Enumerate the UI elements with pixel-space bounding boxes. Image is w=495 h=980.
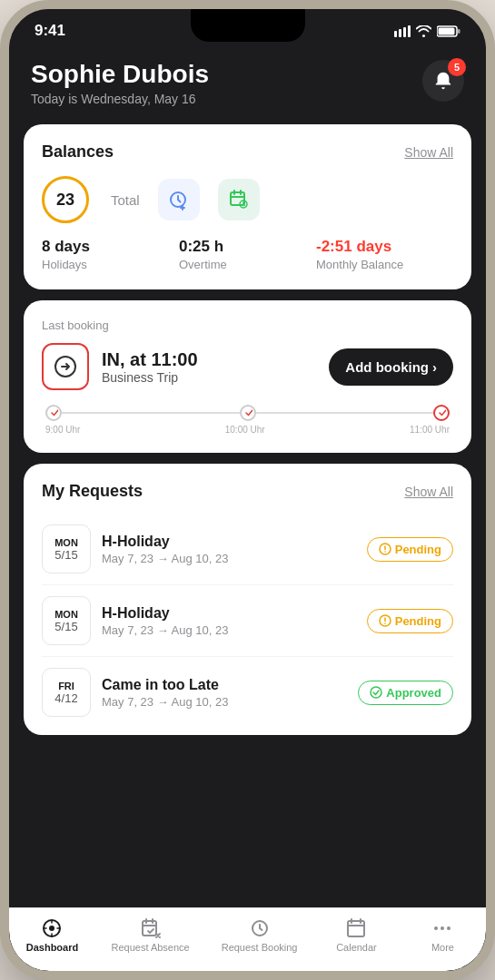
nav-request-booking-label: Request Booking bbox=[222, 942, 298, 953]
timeline-label-3: 11:00 Uhr bbox=[410, 425, 450, 435]
calendar-clock-icon bbox=[228, 189, 250, 211]
stat-monthly-value: -2:51 days bbox=[316, 238, 453, 256]
svg-point-23 bbox=[447, 926, 450, 930]
balances-header: Balances Show All bbox=[42, 142, 453, 162]
request-absence-icon bbox=[140, 917, 162, 939]
bottom-nav: Dashboard Request Absence Request Bookin… bbox=[9, 907, 486, 971]
balances-stats: 8 days Holidays 0:25 h Overtime -2:51 da… bbox=[42, 238, 453, 271]
arrow-right-circle-icon bbox=[53, 354, 78, 379]
notification-badge: 5 bbox=[448, 58, 466, 76]
day-num: 5/15 bbox=[54, 620, 77, 633]
notification-button[interactable]: 5 bbox=[422, 60, 464, 102]
nav-dashboard-label: Dashboard bbox=[26, 942, 78, 953]
timeline-labels: 9:00 Uhr 10:00 Uhr 11:00 Uhr bbox=[45, 425, 450, 435]
balance-circle: 23 bbox=[42, 176, 89, 223]
booking-subtitle: Business Trip bbox=[102, 370, 316, 385]
balances-title: Balances bbox=[42, 142, 114, 162]
header: Sophie Dubois Today is Wednesday, May 16… bbox=[9, 45, 486, 124]
svg-point-22 bbox=[441, 926, 444, 930]
request-title: Came in too Late bbox=[102, 677, 347, 693]
stat-holidays-value: 8 days bbox=[42, 238, 179, 256]
status-time: 9:41 bbox=[35, 22, 65, 40]
status-icons bbox=[394, 25, 460, 37]
booking-icon bbox=[42, 343, 89, 390]
svg-point-14 bbox=[384, 622, 386, 624]
requests-title: My Requests bbox=[42, 482, 143, 501]
balances-card: Balances Show All 23 Total bbox=[24, 124, 471, 289]
last-booking-card: Last booking IN, at 11:00 Business Trip … bbox=[24, 300, 471, 453]
request-dates: May 7, 23 → Aug 10, 23 bbox=[102, 623, 356, 637]
request-list: MON 5/15 H-Holiday May 7, 23 → Aug 10, 2… bbox=[42, 514, 453, 717]
request-info: H-Holiday May 7, 23 → Aug 10, 23 bbox=[102, 605, 356, 637]
balances-show-all[interactable]: Show All bbox=[404, 145, 453, 160]
nav-calendar[interactable]: Calendar bbox=[329, 917, 383, 953]
more-icon bbox=[431, 917, 453, 939]
nav-dashboard[interactable]: Dashboard bbox=[25, 917, 79, 953]
day-num: 5/15 bbox=[54, 548, 77, 562]
timeline-line-2 bbox=[256, 412, 434, 414]
nav-more[interactable]: More bbox=[415, 917, 470, 953]
request-dates: May 7, 23 → Aug 10, 23 bbox=[102, 552, 356, 565]
timeline-dot-2 bbox=[240, 405, 256, 421]
add-time-button[interactable] bbox=[158, 179, 200, 220]
stat-overtime: 0:25 h Overtime bbox=[179, 238, 316, 271]
nav-request-absence[interactable]: Request Absence bbox=[111, 917, 189, 953]
stat-monthly-label: Monthly Balance bbox=[316, 258, 453, 271]
requests-show-all[interactable]: Show All bbox=[404, 485, 453, 499]
stat-overtime-value: 0:25 h bbox=[179, 238, 316, 256]
stat-holidays-label: Holidays bbox=[42, 258, 179, 271]
signal-icon bbox=[394, 25, 411, 37]
stat-overtime-label: Overtime bbox=[179, 258, 316, 271]
timeline-label-1: 9:00 Uhr bbox=[45, 425, 80, 435]
request-dates: May 7, 23 → Aug 10, 23 bbox=[102, 695, 347, 709]
svg-rect-2 bbox=[403, 27, 406, 37]
pending-icon bbox=[379, 543, 391, 555]
calendar-time-button[interactable] bbox=[218, 179, 260, 220]
pending-icon bbox=[379, 614, 391, 627]
day-name: FRI bbox=[58, 681, 74, 691]
day-name: MON bbox=[54, 609, 78, 620]
request-item[interactable]: MON 5/15 H-Holiday May 7, 23 → Aug 10, 2… bbox=[42, 585, 453, 657]
requests-header: My Requests Show All bbox=[42, 482, 453, 501]
dashboard-icon bbox=[41, 917, 63, 939]
header-left: Sophie Dubois Today is Wednesday, May 16 bbox=[31, 60, 209, 106]
request-title: H-Holiday bbox=[102, 605, 356, 622]
svg-rect-8 bbox=[231, 192, 244, 205]
day-badge: MON 5/15 bbox=[42, 596, 91, 645]
calendar-icon bbox=[345, 917, 367, 939]
timeline-container: 9:00 Uhr 10:00 Uhr 11:00 Uhr bbox=[42, 405, 453, 435]
svg-rect-20 bbox=[348, 921, 364, 936]
request-info: H-Holiday May 7, 23 → Aug 10, 23 bbox=[102, 534, 356, 565]
scroll-content: Balances Show All 23 Total bbox=[9, 124, 486, 907]
svg-point-17 bbox=[49, 926, 54, 931]
timeline-dot-3 bbox=[433, 405, 450, 421]
request-title: H-Holiday bbox=[102, 534, 356, 550]
svg-point-12 bbox=[384, 551, 386, 553]
svg-rect-3 bbox=[408, 25, 411, 37]
svg-point-15 bbox=[371, 687, 381, 698]
add-booking-button[interactable]: Add booking › bbox=[329, 348, 453, 386]
request-booking-icon bbox=[249, 917, 271, 939]
day-name: MON bbox=[54, 537, 78, 548]
svg-rect-5 bbox=[439, 27, 455, 34]
timeline-label-2: 10:00 Uhr bbox=[225, 425, 265, 435]
svg-rect-6 bbox=[458, 29, 460, 34]
nav-calendar-label: Calendar bbox=[336, 942, 377, 953]
last-booking-label: Last booking bbox=[42, 318, 453, 332]
timeline-dot-1 bbox=[45, 405, 62, 421]
svg-point-21 bbox=[434, 926, 438, 930]
status-badge: Pending bbox=[367, 537, 453, 562]
request-item[interactable]: FRI 4/12 Came in too Late May 7, 23 → Au… bbox=[42, 657, 453, 717]
balance-number: 23 bbox=[56, 191, 74, 210]
day-badge: FRI 4/12 bbox=[42, 668, 91, 717]
nav-more-label: More bbox=[431, 942, 454, 953]
user-name: Sophie Dubois bbox=[31, 60, 209, 89]
balances-icons-row: 23 Total bbox=[42, 176, 453, 223]
my-requests-card: My Requests Show All MON 5/15 H-Holiday … bbox=[24, 464, 471, 735]
nav-request-booking[interactable]: Request Booking bbox=[222, 917, 298, 953]
stat-monthly: -2:51 days Monthly Balance bbox=[316, 238, 453, 271]
svg-rect-0 bbox=[394, 31, 397, 37]
request-item[interactable]: MON 5/15 H-Holiday May 7, 23 → Aug 10, 2… bbox=[42, 514, 453, 585]
balance-total-label: Total bbox=[111, 192, 140, 208]
stat-holidays: 8 days Holidays bbox=[42, 238, 179, 271]
